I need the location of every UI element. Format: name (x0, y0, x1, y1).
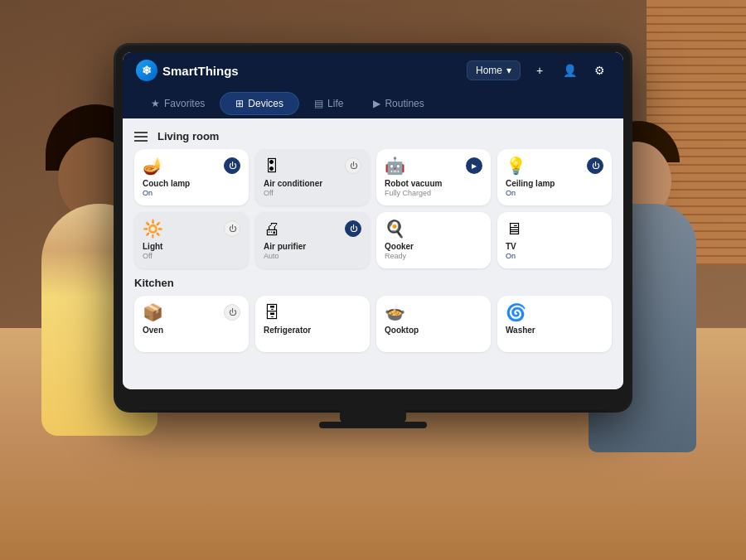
tv-frame: ❄ SmartThings Home ▾ + 👤 ⚙ ★ (116, 46, 630, 410)
add-button[interactable]: + (529, 60, 550, 81)
ceiling-lamp-icon: 💡 (506, 157, 526, 174)
air-conditioner-status: Off (264, 189, 361, 197)
tv-screen: ❄ SmartThings Home ▾ + 👤 ⚙ ★ (123, 52, 623, 389)
light-status: Off (143, 252, 240, 260)
oven-name: Oven (143, 326, 240, 335)
home-dropdown[interactable]: Home ▾ (467, 60, 521, 80)
life-label: Life (327, 98, 343, 109)
tv-stand-base (319, 422, 427, 428)
device-card-robot-vacuum[interactable]: 🤖 ▶ Robot vacuum Fully Charged (376, 149, 491, 205)
device-card-oven[interactable]: 📦 ⏻ Oven (134, 296, 249, 352)
air-purifier-name: Air purifier (264, 242, 361, 251)
tv-stand (340, 410, 406, 422)
ceiling-lamp-name: Ceiling lamp (506, 179, 603, 188)
devices-label: Devices (248, 98, 283, 109)
robot-vacuum-name: Robot vacuum (385, 179, 482, 188)
light-name: Light (143, 242, 240, 251)
ceiling-lamp-status: On (506, 189, 603, 197)
qooker-icon: 🍳 (385, 220, 405, 237)
qooker-status: Ready (385, 252, 482, 260)
air-conditioner-power[interactable]: ⏻ (345, 157, 361, 174)
header-controls: Home ▾ + 👤 ⚙ (467, 60, 610, 81)
favorites-label: Favorites (164, 98, 205, 109)
air-purifier-status: Auto (264, 252, 361, 260)
device-card-air-purifier[interactable]: 🖨 ⏻ Air purifier Auto (255, 212, 370, 268)
app-name: SmartThings (162, 64, 239, 78)
device-card-couch-lamp[interactable]: 🪔 ⏻ Couch lamp On (134, 149, 249, 205)
air-conditioner-name: Air conditioner (264, 179, 361, 188)
qooktop-icon: 🍲 (385, 304, 405, 321)
oven-power[interactable]: ⏻ (224, 304, 240, 321)
ceiling-lamp-power[interactable]: ⏻ (587, 157, 603, 174)
qooktop-name: Qooktop (385, 326, 482, 335)
nav-tabs: ★ Favorites ⊞ Devices ▤ Life ▶ Routines (123, 89, 623, 118)
living-room-title: Living room (157, 130, 219, 142)
dropdown-arrow: ▾ (506, 65, 511, 76)
couch-lamp-power[interactable]: ⏻ (224, 157, 240, 174)
light-icon: 🔆 (143, 220, 163, 237)
air-conditioner-icon: 🎛 (264, 157, 280, 174)
couch-lamp-icon: 🪔 (143, 157, 163, 174)
refrigerator-name: Refrigerator (264, 326, 361, 335)
device-card-refrigerator[interactable]: 🗄 Refrigerator (255, 296, 370, 352)
app-header: ❄ SmartThings Home ▾ + 👤 ⚙ (123, 52, 623, 89)
settings-button[interactable]: ⚙ (589, 60, 610, 81)
living-room-header: Living room (134, 130, 612, 142)
main-content: Living room 🪔 ⏻ Couch lamp On (123, 118, 623, 389)
device-card-air-conditioner[interactable]: 🎛 ⏻ Air conditioner Off (255, 149, 370, 205)
air-purifier-power[interactable]: ⏻ (345, 220, 361, 237)
robot-vacuum-status: Fully Charged (385, 189, 482, 197)
air-purifier-icon: 🖨 (264, 220, 280, 237)
device-card-qooker[interactable]: 🍳 Qooker Ready (376, 212, 491, 268)
light-power[interactable]: ⏻ (224, 220, 240, 237)
couch-lamp-name: Couch lamp (143, 179, 240, 188)
devices-icon: ⊞ (235, 98, 244, 109)
kitchen-title: Kitchen (134, 277, 174, 289)
robot-vacuum-play[interactable]: ▶ (466, 157, 482, 174)
profile-button[interactable]: 👤 (559, 60, 580, 81)
tab-favorites[interactable]: ★ Favorites (136, 93, 220, 114)
device-card-washer[interactable]: 🌀 Washer (497, 296, 612, 352)
tab-devices[interactable]: ⊞ Devices (220, 92, 299, 115)
tab-routines[interactable]: ▶ Routines (358, 93, 438, 114)
home-label: Home (476, 65, 502, 76)
life-icon: ▤ (314, 98, 323, 109)
device-card-ceiling-lamp[interactable]: 💡 ⏻ Ceiling lamp On (497, 149, 612, 205)
menu-icon[interactable] (134, 132, 148, 142)
kitchen-header: Kitchen (134, 277, 612, 289)
smartthings-ui: ❄ SmartThings Home ▾ + 👤 ⚙ ★ (123, 52, 623, 389)
favorites-icon: ★ (151, 98, 160, 109)
kitchen-device-grid: 📦 ⏻ Oven 🗄 Refrigerator (134, 296, 612, 352)
qooker-name: Qooker (385, 242, 482, 251)
logo-icon: ❄ (136, 60, 157, 81)
washer-icon: 🌀 (506, 304, 526, 321)
washer-name: Washer (506, 326, 603, 335)
refrigerator-icon: 🗄 (264, 304, 280, 321)
routines-label: Routines (385, 98, 424, 109)
device-card-qooktop[interactable]: 🍲 Qooktop (376, 296, 491, 352)
tv-icon: 🖥 (506, 220, 522, 237)
tv-name: TV (506, 242, 603, 251)
device-card-light[interactable]: 🔆 ⏻ Light Off (134, 212, 249, 268)
app-logo: ❄ SmartThings (136, 60, 239, 81)
couch-lamp-status: On (143, 189, 240, 197)
oven-icon: 📦 (143, 304, 163, 321)
living-room-device-grid: 🪔 ⏻ Couch lamp On 🎛 ⏻ Air conditioner (134, 149, 612, 268)
routines-icon: ▶ (373, 98, 380, 109)
snowflake-icon: ❄ (142, 64, 152, 77)
tv-status: On (506, 252, 603, 260)
tab-life[interactable]: ▤ Life (299, 93, 358, 114)
robot-vacuum-icon: 🤖 (385, 157, 405, 174)
device-card-tv[interactable]: 🖥 TV On (497, 212, 612, 268)
